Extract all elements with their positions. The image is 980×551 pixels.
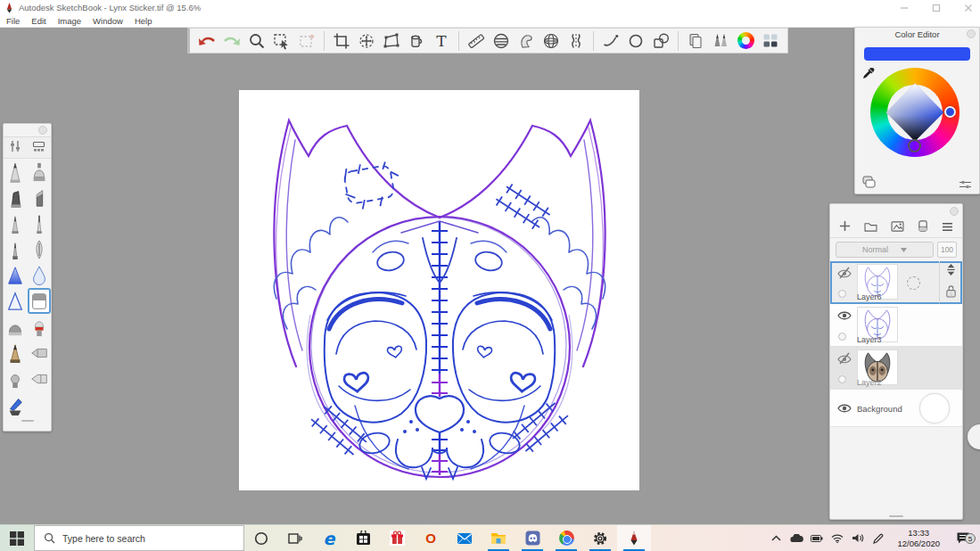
color-compare-icon[interactable] xyxy=(862,176,877,192)
brush-pencil[interactable] xyxy=(4,159,28,185)
french-curve-icon[interactable] xyxy=(515,29,538,52)
taskbar-edge[interactable]: e xyxy=(312,525,346,551)
brush-settings-icon[interactable] xyxy=(9,140,21,156)
wheel-rotation-handle[interactable] xyxy=(908,139,921,152)
onedrive-cloud-icon[interactable] xyxy=(789,534,803,543)
brush-marker[interactable] xyxy=(4,185,28,210)
taskbar-sketchbook-active[interactable] xyxy=(617,525,651,551)
select-tool-icon[interactable] xyxy=(270,29,293,52)
layer-radio[interactable] xyxy=(838,333,846,341)
visibility-off-icon[interactable] xyxy=(837,267,852,283)
menu-image[interactable]: Image xyxy=(58,16,81,26)
panel-handle[interactable] xyxy=(950,207,959,216)
blend-mode-dropdown[interactable]: Normal xyxy=(836,242,934,258)
text-tool-icon[interactable]: T xyxy=(430,29,453,52)
shapes-tool-icon[interactable] xyxy=(649,29,672,52)
menu-help[interactable]: Help xyxy=(135,16,152,26)
close-button[interactable] xyxy=(964,4,973,12)
ellipse-tool-icon[interactable] xyxy=(624,29,647,52)
taskbar-search-input[interactable]: Type here to search xyxy=(34,525,244,551)
ellipse-guide-icon[interactable] xyxy=(490,29,513,52)
brush-watercolor-drop[interactable] xyxy=(28,262,52,288)
brush-angled-paintbrush[interactable] xyxy=(4,391,28,417)
brush-library-icon[interactable] xyxy=(32,140,45,156)
wifi-icon[interactable] xyxy=(830,534,844,543)
brush-quill-pen[interactable] xyxy=(28,236,52,262)
panel-resize-handle[interactable] xyxy=(830,515,962,517)
add-layer-icon[interactable] xyxy=(839,219,851,235)
import-image-icon[interactable] xyxy=(891,219,904,235)
color-wheel-icon[interactable] xyxy=(734,29,757,52)
taskbar-settings[interactable] xyxy=(583,525,617,551)
taskbar-clock[interactable]: 13:33 12/06/2020 xyxy=(892,528,945,549)
custom-sliders-icon[interactable] xyxy=(959,177,972,193)
brush-ballpoint-pen[interactable] xyxy=(4,210,28,236)
visibility-on-icon[interactable] xyxy=(837,402,852,418)
brush-flat-marker-selected[interactable] xyxy=(28,288,52,314)
taskbar-store[interactable] xyxy=(346,525,380,551)
brush-library-icon[interactable] xyxy=(709,29,732,52)
layer-editor-icon[interactable] xyxy=(759,29,782,52)
start-button[interactable] xyxy=(0,525,34,551)
deselect-tool-icon[interactable] xyxy=(295,29,318,52)
brush-soft-eraser[interactable] xyxy=(4,314,28,340)
group-layer-icon[interactable] xyxy=(864,219,877,235)
transform-tool-icon[interactable] xyxy=(355,29,378,52)
menu-file[interactable]: File xyxy=(6,16,20,26)
perspective-tool-icon[interactable] xyxy=(539,29,563,52)
distort-tool-icon[interactable] xyxy=(380,29,403,52)
menu-window[interactable]: Window xyxy=(93,16,123,26)
fill-tool-icon[interactable] xyxy=(405,29,428,52)
brush-airbrush-flow[interactable] xyxy=(28,340,52,366)
hue-selector-dot[interactable] xyxy=(944,106,956,118)
taskbar-gift-app[interactable] xyxy=(380,525,414,551)
taskbar-chrome[interactable] xyxy=(549,525,583,551)
current-color-swatch[interactable] xyxy=(864,47,970,61)
volume-icon[interactable] xyxy=(851,533,865,543)
taskbar-cortana[interactable] xyxy=(244,525,278,551)
visibility-on-icon[interactable] xyxy=(837,309,852,325)
visibility-off-icon[interactable] xyxy=(837,352,852,368)
pen-icon[interactable] xyxy=(871,533,885,544)
drawing-canvas[interactable] xyxy=(239,90,639,490)
brush-streamline-airbrush[interactable] xyxy=(28,366,52,391)
symmetry-tool-icon[interactable] xyxy=(564,29,588,52)
taskbar-office[interactable]: O xyxy=(414,525,448,551)
layer-radio[interactable] xyxy=(838,290,846,298)
minimize-button[interactable] xyxy=(900,4,909,12)
clear-layer-icon[interactable] xyxy=(918,219,928,235)
layer-row-layer6[interactable]: Layer6 xyxy=(830,261,962,304)
ruler-tool-icon[interactable] xyxy=(465,29,488,52)
layer-menu-icon[interactable] xyxy=(942,219,953,235)
brush-chisel-marker[interactable] xyxy=(28,185,52,210)
layer-row-layer2[interactable]: Layer2 xyxy=(830,347,962,390)
brush-synthetic-triangle[interactable] xyxy=(4,288,28,314)
layer-reorder-icon[interactable] xyxy=(945,263,957,280)
action-center-button[interactable]: 5 xyxy=(951,531,975,545)
brush-fine-liner[interactable] xyxy=(28,210,52,236)
eyedropper-icon[interactable] xyxy=(862,67,875,83)
layer-lock-icon[interactable] xyxy=(945,284,957,301)
brush-pen[interactable] xyxy=(4,236,28,262)
copy-paste-icon[interactable] xyxy=(684,29,707,52)
panel-pull-handle[interactable] xyxy=(968,424,980,449)
panel-resize-handle[interactable] xyxy=(4,417,51,424)
taskbar-mail[interactable] xyxy=(448,525,482,551)
layer-row-background[interactable]: Background xyxy=(830,390,962,427)
zoom-tool-icon[interactable] xyxy=(245,29,268,52)
panel-handle[interactable] xyxy=(967,29,976,38)
layer-radio[interactable] xyxy=(838,375,846,383)
layer-row-layer3[interactable]: Layer3 xyxy=(830,304,962,347)
brush-charcoal-pencil[interactable] xyxy=(4,340,28,366)
taskbar-discord[interactable] xyxy=(515,525,549,551)
redo-icon[interactable] xyxy=(220,29,243,52)
brush-airbrush[interactable] xyxy=(28,159,52,185)
undo-icon[interactable] xyxy=(195,29,218,52)
stroke-tool-icon[interactable] xyxy=(599,29,622,52)
chevron-up-icon[interactable] xyxy=(769,535,783,541)
brush-shading-brush[interactable] xyxy=(28,314,52,340)
crop-tool-icon[interactable] xyxy=(330,29,353,52)
taskbar-file-explorer[interactable] xyxy=(482,525,515,551)
menu-edit[interactable]: Edit xyxy=(31,16,45,26)
brush-paintbrush[interactable] xyxy=(4,262,28,288)
